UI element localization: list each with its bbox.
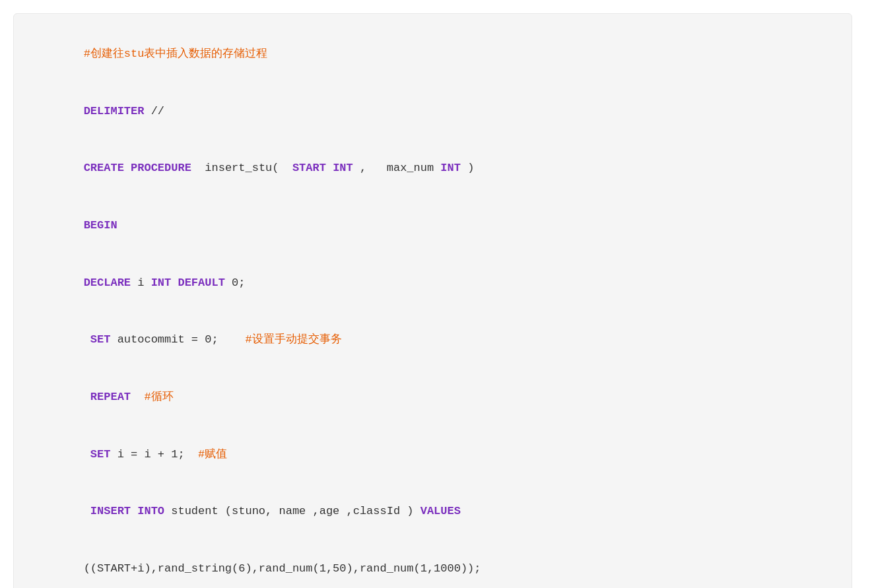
kw-start: START xyxy=(292,162,326,174)
kw-procedure-1: PROCEDURE xyxy=(131,162,191,174)
kw-delimiter-1: DELIMITER xyxy=(84,105,145,117)
text-comma-1: , max_num xyxy=(353,162,441,174)
code-line-3: CREATE PROCEDURE insert_stu( START INT ,… xyxy=(30,140,836,197)
text-zero: 0; xyxy=(225,277,246,289)
code-line-10: ((START+i),rand_string(6),rand_num(1,50)… xyxy=(30,540,836,588)
page-container: #创建往stu表中插入数据的存储过程 DELIMITER // CREATE P… xyxy=(0,0,872,588)
text-values-data: ((START+i),rand_string(6),rand_num(1,50)… xyxy=(84,562,481,575)
text-student-cols: student (stuno, name ,age ,classId ) xyxy=(164,505,420,517)
text-autocommit: autocommit = 0; xyxy=(110,333,245,346)
kw-int-1: INT xyxy=(333,162,353,174)
comment-assign: #赋值 xyxy=(198,448,227,461)
kw-set-1: SET xyxy=(90,333,111,346)
kw-create: CREATE xyxy=(84,162,124,174)
code-line-9: INSERT INTO student (stuno, name ,age ,c… xyxy=(30,483,836,540)
code-line-6: SET autocommit = 0; #设置手动提交事务 xyxy=(30,311,836,369)
comment-autocommit: #设置手动提交事务 xyxy=(245,333,341,346)
text-paren: ) xyxy=(461,162,474,174)
text-space-6 xyxy=(131,391,144,403)
text-space-1 xyxy=(124,162,131,174)
text-space-5 xyxy=(84,391,90,403)
kw-default: DEFAULT xyxy=(178,277,224,289)
kw-int-3: INT xyxy=(151,277,172,289)
code-line-5: DECLARE i INT DEFAULT 0; xyxy=(30,255,836,312)
kw-values: VALUES xyxy=(420,505,461,517)
code-line-7: REPEAT #循环 xyxy=(30,369,836,426)
text-space-7 xyxy=(84,448,90,461)
code-line-1: #创建往stu表中插入数据的存储过程 xyxy=(30,26,836,83)
text-i-int: i xyxy=(131,277,151,289)
kw-insert: INSERT INTO xyxy=(90,505,164,517)
text-space-8 xyxy=(84,505,90,517)
kw-declare: DECLARE xyxy=(84,277,131,289)
page-wrapper: #创建往stu表中插入数据的存储过程 DELIMITER // CREATE P… xyxy=(0,0,872,588)
text-space-2 xyxy=(326,162,333,174)
kw-repeat: REPEAT xyxy=(90,391,131,403)
text-space-4 xyxy=(84,333,90,346)
text-delimiter-slash: // xyxy=(144,105,164,117)
kw-int-2: INT xyxy=(440,162,461,174)
kw-set-2: SET xyxy=(90,448,111,461)
code-line-8: SET i = i + 1; #赋值 xyxy=(30,426,836,484)
text-proc-name: insert_stu( xyxy=(191,162,292,174)
code-line-2: DELIMITER // xyxy=(30,83,836,141)
kw-begin: BEGIN xyxy=(84,219,117,232)
text-i-assign: i = i + 1; xyxy=(110,448,198,461)
code-line-4: BEGIN xyxy=(30,197,836,255)
code-block: #创建往stu表中插入数据的存储过程 DELIMITER // CREATE P… xyxy=(13,13,852,588)
comment-loop: #循环 xyxy=(144,391,173,403)
comment-1: #创建往stu表中插入数据的存储过程 xyxy=(84,48,268,60)
text-space-3 xyxy=(171,277,178,289)
